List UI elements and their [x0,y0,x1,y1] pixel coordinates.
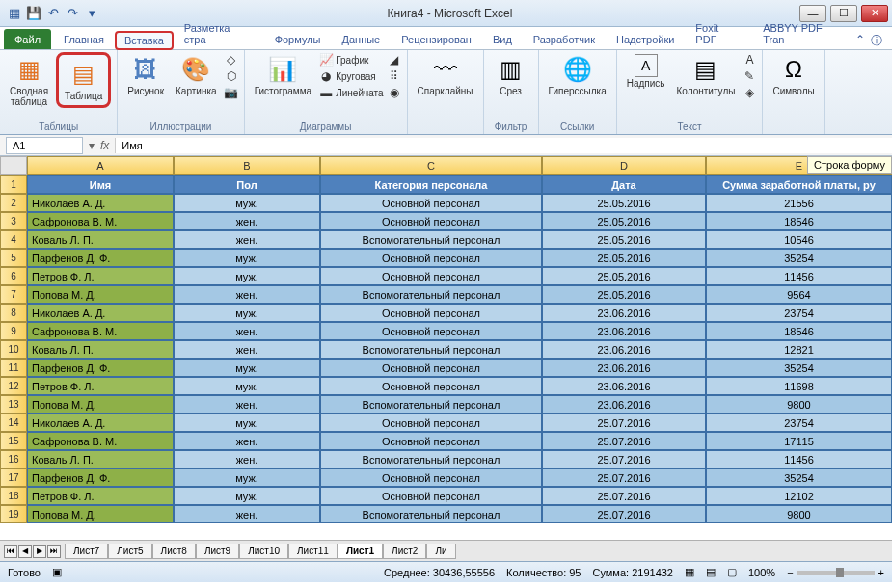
sheet-tab[interactable]: Ли [426,544,455,559]
redo-icon[interactable]: ↷ [64,5,81,22]
row-header[interactable]: 10 [0,340,27,359]
cell[interactable]: Попова М. Д. [27,505,174,523]
cell[interactable]: муж. [174,194,320,212]
cell[interactable]: Коваль Л. П. [27,230,174,249]
macro-record-icon[interactable]: ▣ [52,566,62,578]
table-button[interactable]: ▤ Таблица [56,52,111,108]
row-header[interactable]: 13 [0,395,27,414]
cell[interactable]: Основной персонал [320,487,542,505]
signature-button[interactable]: ✎ [743,68,756,84]
cell[interactable]: Сафронова В. М. [27,432,174,450]
header-cell[interactable]: Сумма заработной платы, ру [706,175,892,194]
cell[interactable]: Вспомогательный персонал [320,450,542,468]
row-header[interactable]: 12 [0,377,27,395]
cell[interactable]: 25.07.2016 [542,487,706,505]
bar-chart-button[interactable]: ▬Линейчата [319,85,383,100]
cell[interactable]: муж. [174,377,320,395]
cell[interactable]: Петров Ф. Л. [27,377,174,395]
cell[interactable]: 25.05.2016 [542,212,706,230]
sheet-tab[interactable]: Лист1 [338,544,383,559]
tab-formulas[interactable]: Формулы [264,29,332,49]
hyperlink-button[interactable]: 🌐 Гиперссылка [545,52,610,98]
view-normal-icon[interactable]: ▦ [685,566,694,578]
cell[interactable]: Вспомогательный персонал [320,395,542,414]
cell[interactable]: Петров Ф. Л. [27,487,174,505]
zoom-in-icon[interactable]: + [878,567,884,578]
slicer-button[interactable]: ▥ Срез [490,52,532,98]
tab-home[interactable]: Главная [53,29,115,49]
cell[interactable]: 11456 [706,450,892,468]
cell[interactable]: 25.05.2016 [542,249,706,267]
cell[interactable]: Вспомогательный персонал [320,505,542,523]
cell[interactable]: Вспомогательный персонал [320,340,542,359]
select-all-corner[interactable] [0,156,27,175]
close-button[interactable]: ✕ [861,5,888,22]
cell[interactable]: Николаев А. Д. [27,304,174,322]
cell[interactable]: 23.06.2016 [542,359,706,377]
row-header[interactable]: 14 [0,414,27,432]
cell[interactable]: жен. [174,212,320,230]
row-header[interactable]: 19 [0,505,27,523]
other-chart-button[interactable]: ◉ [388,85,401,100]
cell[interactable]: Сафронова В. М. [27,322,174,340]
cell[interactable]: Парфенов Д. Ф. [27,359,174,377]
header-footer-button[interactable]: ▤ Колонтитулы [673,52,740,98]
cell[interactable]: Петров Ф. Л. [27,267,174,285]
sheet-next-icon[interactable]: ▶ [33,545,46,558]
cell[interactable]: 11456 [706,267,892,285]
cell[interactable]: 10546 [706,230,892,249]
cell[interactable]: 35254 [706,359,892,377]
tab-foxit[interactable]: Foxit PDF [685,17,752,49]
cell[interactable]: 25.05.2016 [542,285,706,304]
row-header[interactable]: 4 [0,230,27,249]
cell[interactable]: муж. [174,267,320,285]
cell[interactable]: жен. [174,285,320,304]
cell[interactable]: Вспомогательный персонал [320,285,542,304]
sheet-last-icon[interactable]: ⏭ [47,545,61,558]
cell[interactable]: Основной персонал [320,359,542,377]
textbox-button[interactable]: A Надпись [623,52,669,91]
cell[interactable]: Основной персонал [320,249,542,267]
qat-more-icon[interactable]: ▾ [83,5,100,22]
cell[interactable]: 9800 [706,395,892,414]
cell[interactable]: 25.07.2016 [542,414,706,432]
col-header-d[interactable]: D [542,156,706,175]
cell[interactable]: 35254 [706,249,892,267]
sheet-tab[interactable]: Лист9 [196,544,239,559]
header-cell[interactable]: Имя [27,175,174,194]
cell[interactable]: Коваль Л. П. [27,450,174,468]
zoom-slider[interactable] [797,571,875,575]
sheet-tab[interactable]: Лист2 [383,544,426,559]
cell[interactable]: жен. [174,432,320,450]
cell[interactable]: 11698 [706,377,892,395]
cell[interactable]: 23.06.2016 [542,377,706,395]
cell[interactable]: 23754 [706,304,892,322]
cell[interactable]: 9564 [706,285,892,304]
row-header[interactable]: 15 [0,432,27,450]
cell[interactable]: 23.06.2016 [542,395,706,414]
pie-chart-button[interactable]: ◕Круговая [319,68,383,84]
save-icon[interactable]: 💾 [25,5,42,22]
wordart-button[interactable]: A [743,52,756,67]
cell[interactable]: Основной персонал [320,267,542,285]
clipart-button[interactable]: 🎨 Картинка [172,52,221,98]
scatter-chart-button[interactable]: ⠿ [388,68,401,84]
area-chart-button[interactable]: ◢ [388,52,401,67]
sheet-tab[interactable]: Лист10 [239,544,288,559]
pivot-table-button[interactable]: ▦ Сводная таблица [6,52,52,109]
tab-addins[interactable]: Надстройки [606,29,685,49]
cell[interactable]: Основной персонал [320,212,542,230]
sheet-first-icon[interactable]: ⏮ [4,545,17,558]
symbols-button[interactable]: Ω Символы [769,52,818,98]
cell[interactable]: Основной персонал [320,377,542,395]
tab-layout[interactable]: Разметка стра [174,17,264,49]
row-header[interactable]: 17 [0,468,27,487]
minimize-ribbon-icon[interactable]: ⌃ [855,33,865,49]
row-header[interactable]: 3 [0,212,27,230]
name-box[interactable]: A1 [6,137,83,154]
cell[interactable]: Основной персонал [320,414,542,432]
col-header-b[interactable]: B [174,156,320,175]
tab-view[interactable]: Вид [482,29,523,49]
col-header-c[interactable]: C [320,156,542,175]
row-header[interactable]: 5 [0,249,27,267]
